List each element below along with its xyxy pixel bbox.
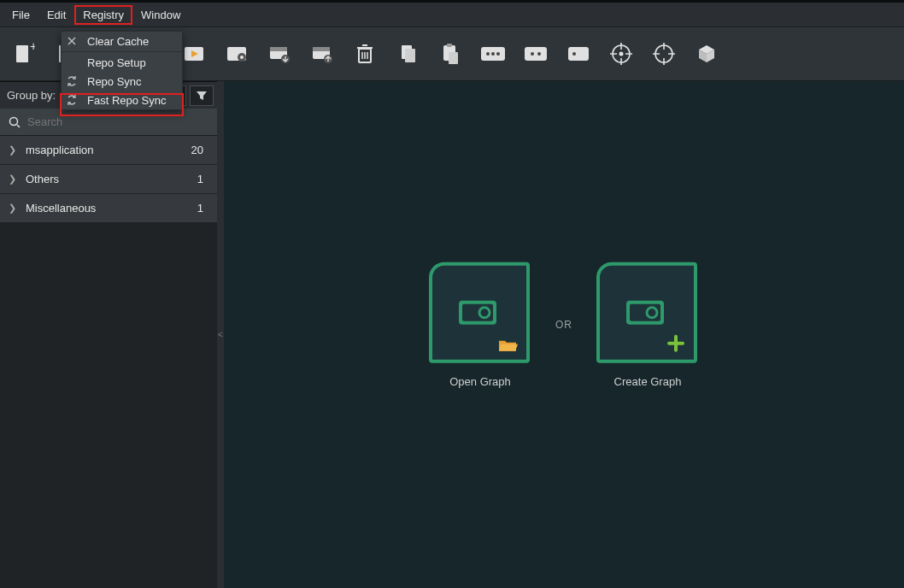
- category-miscellaneous[interactable]: ❯ Miscellaneous 1: [0, 194, 217, 223]
- dropdown-item-label: Clear Cache: [87, 35, 177, 48]
- cube-icon[interactable]: [692, 39, 721, 68]
- gear-settings-icon[interactable]: [222, 39, 251, 68]
- canvas: Open Graph OR Create Graph: [224, 81, 904, 588]
- category-count: 20: [191, 144, 208, 156]
- ellipsis3-icon[interactable]: [478, 39, 508, 68]
- dropdown-fast-repo-sync[interactable]: Fast Repo Sync: [62, 91, 182, 109]
- registry-dropdown: Clear Cache Repo Setup Repo Sync Fast Re…: [61, 31, 183, 110]
- svg-point-33: [619, 52, 624, 56]
- search-icon: [9, 116, 21, 128]
- svg-point-28: [531, 52, 534, 56]
- or-label: OR: [555, 319, 572, 331]
- dropdown-repo-setup[interactable]: Repo Setup: [62, 53, 182, 72]
- search-row: [0, 109, 217, 136]
- sync-icon: [63, 75, 80, 87]
- svg-point-26: [496, 52, 500, 56]
- svg-point-31: [572, 52, 576, 56]
- svg-point-24: [486, 52, 490, 56]
- category-label: Others: [26, 173, 189, 185]
- chevron-right-icon: ❯: [9, 203, 17, 214]
- category-count: 1: [197, 202, 208, 215]
- svg-rect-19: [405, 49, 415, 62]
- chevron-right-icon: ❯: [9, 173, 17, 185]
- menu-window[interactable]: Window: [132, 5, 189, 25]
- category-msapplication[interactable]: ❯ msapplication 20: [0, 136, 217, 165]
- svg-rect-21: [447, 44, 452, 47]
- chevron-right-icon: ❯: [9, 144, 17, 156]
- dropdown-item-label: Repo Sync: [87, 75, 177, 88]
- svg-point-10: [240, 56, 244, 59]
- dropdown-item-label: Repo Setup: [87, 56, 177, 69]
- menu-file[interactable]: File: [3, 5, 38, 25]
- dropdown-item-label: Fast Repo Sync: [87, 94, 177, 107]
- svg-point-25: [491, 52, 495, 56]
- menu-registry[interactable]: Registry: [74, 5, 132, 25]
- folder-open-icon: [497, 337, 518, 352]
- crosshair-icon[interactable]: [649, 39, 678, 68]
- window-down-icon[interactable]: [265, 39, 294, 68]
- svg-point-29: [537, 52, 541, 56]
- category-count: 1: [197, 173, 208, 185]
- menu-edit[interactable]: Edit: [38, 5, 74, 25]
- search-input[interactable]: [27, 115, 208, 128]
- filter-icon[interactable]: [190, 85, 214, 106]
- svg-point-35: [10, 117, 18, 125]
- svg-text:+: +: [30, 42, 35, 53]
- new-document-icon[interactable]: +: [9, 39, 38, 68]
- sidebar: Group by: ❯ msapplication 20 ❯ Others 1 …: [0, 81, 217, 588]
- category-others[interactable]: ❯ Others 1: [0, 165, 217, 194]
- menubar: File Edit Registry Window: [0, 3, 904, 26]
- groupby-label: Group by:: [0, 89, 62, 102]
- svg-rect-12: [270, 47, 287, 51]
- dropdown-clear-cache[interactable]: Clear Cache: [62, 32, 182, 50]
- create-graph-label: Create Graph: [596, 374, 699, 387]
- play-settings-icon[interactable]: [179, 39, 208, 68]
- paste-icon[interactable]: [436, 39, 465, 68]
- copy-icon[interactable]: [393, 39, 422, 68]
- svg-rect-27: [525, 47, 547, 61]
- welcome-actions: Open Graph OR Create Graph: [429, 262, 699, 387]
- plus-icon: [666, 333, 685, 352]
- crosshair-dot-icon[interactable]: [607, 39, 636, 68]
- category-label: msapplication: [26, 144, 183, 156]
- open-graph-card: Open Graph: [429, 262, 531, 387]
- ellipsis2-icon[interactable]: [521, 39, 550, 68]
- graph-ticket-icon: [455, 295, 503, 329]
- dropdown-repo-sync[interactable]: Repo Sync: [62, 72, 182, 91]
- svg-rect-30: [568, 47, 589, 61]
- create-graph-card: Create Graph: [596, 262, 699, 387]
- svg-rect-22: [449, 52, 458, 64]
- create-graph-button[interactable]: [596, 262, 697, 362]
- open-graph-button[interactable]: [429, 262, 530, 362]
- sync-icon: [63, 94, 80, 106]
- open-graph-label: Open Graph: [429, 374, 531, 387]
- svg-rect-0: [16, 45, 28, 62]
- window-up-icon[interactable]: [308, 39, 337, 68]
- trash-icon[interactable]: [350, 39, 379, 68]
- svg-rect-15: [313, 47, 330, 51]
- category-label: Miscellaneous: [26, 202, 189, 215]
- graph-ticket-icon: [623, 295, 671, 329]
- close-icon: [63, 36, 80, 46]
- splitter[interactable]: [217, 81, 224, 588]
- ellipsis1-icon[interactable]: [564, 39, 593, 68]
